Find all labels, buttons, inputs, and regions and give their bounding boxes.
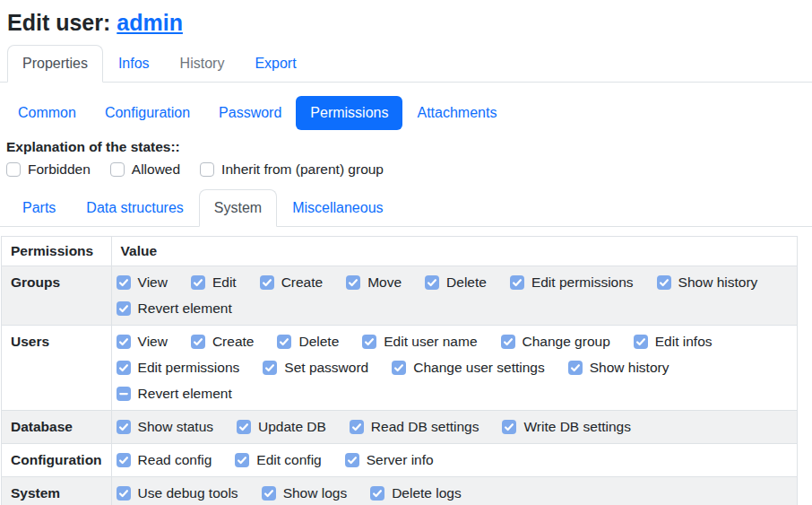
checkbox-update-db[interactable] [237, 420, 251, 434]
checkbox-edit[interactable] [191, 275, 205, 290]
perm-item-edit-user-name[interactable]: Edit user name [362, 333, 477, 351]
page-title: Edit user: admin [7, 9, 805, 36]
checkbox-delete[interactable] [277, 335, 291, 349]
permission-tab-data-structures[interactable]: Data structures [71, 189, 198, 227]
checkbox-inherit-from-parent-group[interactable] [200, 162, 214, 177]
perm-item-edit-config[interactable]: Edit config [235, 451, 321, 469]
checkbox-show-history[interactable] [568, 361, 583, 375]
checkbox-revert-element[interactable] [117, 301, 131, 316]
perm-item-create[interactable]: Create [191, 333, 255, 351]
checkbox-edit-permissions[interactable] [510, 275, 524, 290]
column-header-value: Value [111, 237, 797, 266]
checkbox-read-config[interactable] [117, 453, 131, 467]
pill-permissions[interactable]: Permissions [296, 96, 402, 130]
perm-item-delete[interactable]: Delete [277, 333, 339, 351]
checkbox-change-user-settings[interactable] [392, 361, 406, 375]
page-title-text: Edit user: [7, 9, 110, 36]
checkbox-allowed[interactable] [110, 162, 125, 177]
perm-item-label: Read config [138, 451, 212, 469]
checkbox-view[interactable] [117, 335, 131, 349]
checkbox-show-logs[interactable] [262, 486, 276, 501]
perm-item-label: Edit user name [384, 333, 477, 351]
perm-item-show-history[interactable]: Show history [657, 274, 758, 292]
checkbox-forbidden[interactable] [6, 162, 21, 177]
perm-item-delete-logs[interactable]: Delete logs [370, 484, 462, 502]
perm-item-edit-permissions[interactable]: Edit permissions [117, 359, 240, 377]
perm-item-read-db-settings[interactable]: Read DB settings [350, 418, 479, 436]
perm-item-change-user-settings[interactable]: Change user settings [392, 359, 544, 377]
checkbox-edit-infos[interactable] [634, 335, 648, 349]
perm-item-revert-element[interactable]: Revert element [117, 385, 232, 403]
checkbox-edit-permissions[interactable] [117, 361, 131, 375]
pill-attachments[interactable]: Attachments [402, 96, 511, 130]
checkbox-server-info[interactable] [345, 453, 359, 467]
perm-item-view[interactable]: View [117, 274, 168, 292]
perm-item-edit-permissions[interactable]: Edit permissions [510, 274, 634, 292]
tab-export[interactable]: Export [239, 45, 311, 83]
table-row-database: DatabaseShow statusUpdate DBRead DB sett… [2, 411, 798, 444]
checkbox-show-status[interactable] [117, 420, 131, 434]
perm-item-show-logs[interactable]: Show logs [262, 484, 348, 502]
pill-password[interactable]: Password [204, 96, 296, 130]
checkbox-set-password[interactable] [263, 361, 277, 375]
perm-item-edit[interactable]: Edit [191, 274, 237, 292]
checkbox-move[interactable] [346, 275, 360, 290]
perm-item-label: Server info [367, 451, 434, 469]
perm-item-view[interactable]: View [117, 333, 168, 351]
perm-item-read-config[interactable]: Read config [117, 451, 212, 469]
tab-properties[interactable]: Properties [7, 45, 103, 83]
perm-item-show-status[interactable]: Show status [117, 418, 213, 436]
checkbox-create[interactable] [191, 335, 205, 349]
checkbox-view[interactable] [117, 275, 131, 290]
perm-item-set-password[interactable]: Set password [263, 359, 368, 377]
checkbox-read-db-settings[interactable] [350, 420, 364, 434]
perm-item-label: Edit permissions [531, 274, 634, 292]
perm-item-label: Show history [678, 274, 758, 292]
checkbox-create[interactable] [260, 275, 274, 290]
checkbox-show-history[interactable] [657, 275, 671, 290]
perm-item-write-db-settings[interactable]: Write DB settings [502, 418, 630, 436]
permission-tab-miscellaneous[interactable]: Miscellaneous [277, 189, 398, 227]
legend-option-allowed[interactable]: Allowed [110, 161, 180, 178]
pill-configuration[interactable]: Configuration [91, 96, 204, 130]
perm-item-label: Change user settings [413, 359, 544, 377]
edit-user-page: Edit user: admin PropertiesInfosHistoryE… [0, 9, 812, 505]
perm-item-server-info[interactable]: Server info [345, 451, 434, 469]
checkbox-write-db-settings[interactable] [502, 420, 516, 434]
states-legend: Explanation of the states:: ForbiddenAll… [6, 138, 812, 178]
perm-item-label: Edit permissions [138, 359, 240, 377]
perm-item-create[interactable]: Create [260, 274, 324, 292]
checkbox-revert-element[interactable] [117, 387, 131, 401]
legend-option-inherit-from-parent-group[interactable]: Inherit from (parent) group [200, 161, 384, 178]
perm-item-revert-element[interactable]: Revert element [117, 300, 232, 318]
perm-item-show-history[interactable]: Show history [568, 359, 669, 377]
user-link[interactable]: admin [117, 9, 183, 36]
perm-item-label: Delete [446, 274, 487, 292]
checkbox-change-group[interactable] [501, 335, 515, 349]
permissions-table: Permissions Value GroupsViewEditCreateMo… [1, 236, 798, 505]
row-category-configuration: Configuration [2, 444, 112, 477]
perm-item-label: Edit config [256, 451, 321, 469]
table-row-system: SystemUse debug toolsShow logsDelete log… [2, 477, 798, 505]
tab-infos[interactable]: Infos [103, 45, 165, 83]
perm-item-label: Delete [298, 333, 339, 351]
perm-item-update-db[interactable]: Update DB [237, 418, 326, 436]
checkbox-edit-config[interactable] [235, 453, 249, 467]
tab-history[interactable]: History [165, 45, 240, 83]
permission-tab-parts[interactable]: Parts [7, 189, 71, 227]
checkbox-use-debug-tools[interactable] [117, 486, 131, 501]
perm-item-delete[interactable]: Delete [425, 274, 487, 292]
row-values-configuration: Read configEdit configServer info [111, 444, 797, 477]
pill-common[interactable]: Common [4, 96, 91, 130]
perm-item-use-debug-tools[interactable]: Use debug tools [117, 484, 238, 502]
table-row-configuration: ConfigurationRead configEdit configServe… [2, 444, 798, 477]
checkbox-delete[interactable] [425, 275, 439, 290]
legend-option-forbidden[interactable]: Forbidden [6, 161, 91, 178]
legend-option-label: Inherit from (parent) group [221, 161, 384, 178]
perm-item-change-group[interactable]: Change group [501, 333, 610, 351]
permission-tab-system[interactable]: System [199, 189, 277, 227]
perm-item-edit-infos[interactable]: Edit infos [634, 333, 713, 351]
checkbox-edit-user-name[interactable] [362, 335, 376, 349]
perm-item-move[interactable]: Move [346, 274, 402, 292]
checkbox-delete-logs[interactable] [370, 486, 384, 501]
